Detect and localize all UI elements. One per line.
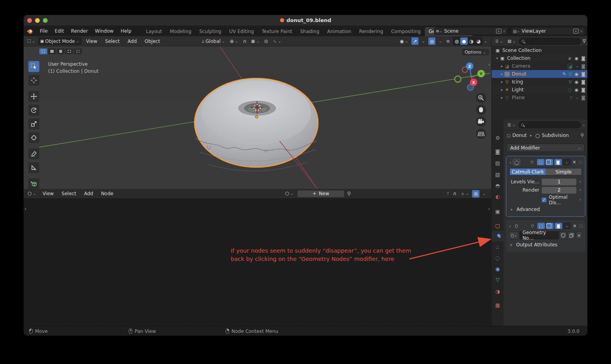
chevron-down-icon[interactable]: ⌄: [439, 29, 443, 33]
show-in-viewport-toggle[interactable]: ⃞: [546, 223, 554, 229]
animate-dot[interactable]: •: [579, 180, 582, 184]
tab-view-layer-properties[interactable]: ▧: [492, 169, 504, 179]
viewport-3d[interactable]: ⛶ ⌄ ▣ Object Mode ⌄ View Select Add Obje…: [24, 36, 491, 189]
scene-selector[interactable]: ◓ ⌄ Scene + ×: [434, 27, 508, 35]
show-in-edit-mode-toggle[interactable]: ⬚: [537, 159, 544, 165]
gizmo-neg-y[interactable]: [455, 76, 461, 82]
pin-icon[interactable]: [580, 133, 585, 138]
eye-icon[interactable]: ◉: [575, 79, 579, 85]
visibility-dropdown[interactable]: ◉ ⌄: [398, 37, 410, 45]
render-visibility-icon[interactable]: ◙: [581, 72, 585, 77]
mode-dropdown[interactable]: ▣ Object Mode ⌄: [38, 37, 81, 45]
optimal-display-checkbox[interactable]: ✓: [542, 198, 546, 202]
outliner-row-collection[interactable]: ▾ ▣ Collection ✓ ◉ ◙: [492, 54, 587, 62]
modifier-panel-geometry-nodes[interactable]: ⌄ ⬡ ▽ ⬚ ⃞ ◙ ⌄ × ⣿⣿: [506, 220, 585, 252]
collection-checkbox[interactable]: ✓: [568, 56, 572, 61]
new-viewlayer-icon[interactable]: +: [573, 29, 579, 33]
outliner-row-scene-collection[interactable]: ▣ Scene Collection: [492, 46, 587, 54]
outliner-display-mode-button[interactable]: ▧ ⌄: [506, 37, 517, 45]
tab-layout[interactable]: Layout: [142, 27, 166, 36]
tool-move[interactable]: [28, 91, 39, 102]
shading-rendered-button[interactable]: ◕: [475, 37, 482, 45]
new-node-group-button[interactable]: + New: [297, 190, 344, 198]
add-modifier-dropdown[interactable]: Add Modifier ⌄: [507, 144, 585, 152]
tab-render-properties[interactable]: ◙: [492, 146, 504, 157]
menu-help[interactable]: Help: [117, 28, 135, 34]
menu-edit[interactable]: Edit: [51, 28, 67, 34]
shading-dropdown[interactable]: ⌄: [484, 39, 487, 43]
viewlayer-name[interactable]: ViewLayer: [520, 28, 573, 34]
tab-sculpting[interactable]: Sculpting: [195, 27, 225, 36]
eye-closed-icon[interactable]: ⌣: [576, 64, 578, 69]
node-group-name-field[interactable]: Geometry No…: [520, 231, 558, 239]
tab-scene-properties[interactable]: ◓: [492, 180, 504, 190]
tab-rendering[interactable]: Rendering: [355, 27, 387, 36]
collapse-icon[interactable]: ⌄: [509, 160, 512, 164]
menu-file[interactable]: File: [36, 28, 51, 34]
chevron-down-icon[interactable]: ⌄: [517, 29, 520, 33]
editor-type-button[interactable]: ⛶ ⌄: [26, 37, 37, 45]
viewport-canvas[interactable]: Z Y X: [24, 46, 491, 189]
levels-viewport-field[interactable]: 1: [542, 179, 576, 185]
vp-menu-object[interactable]: Object: [141, 39, 163, 44]
fake-user-shield-button[interactable]: [559, 231, 567, 239]
unlink-node-group-button[interactable]: ×: [576, 231, 582, 239]
node-editor-canvas[interactable]: › ‹ If your nodes seem to suddenly “disa…: [24, 199, 491, 326]
tool-rotate[interactable]: [28, 105, 39, 116]
outliner-row-icing[interactable]: ▸ ▽ Icing ▽ ◉ ◙: [492, 78, 587, 86]
properties-editor[interactable]: ⚙ ◙ ▤ ▧ ◓ ◐ ▣ ▢: [492, 120, 587, 326]
tool-scale[interactable]: [28, 118, 39, 129]
animate-dot[interactable]: •: [579, 188, 582, 192]
drag-handle[interactable]: ⣿⣿: [579, 224, 583, 228]
tab-animation[interactable]: Animation: [323, 27, 355, 36]
modifier-panel-subdivision[interactable]: ⌄ ◯ ▽ ⬚ ⃞ ◙ ⌄ × ⣿⣿: [506, 156, 585, 217]
show-in-render-toggle[interactable]: ◙: [554, 159, 562, 165]
show-in-render-toggle[interactable]: ◙: [555, 223, 562, 229]
tool-annotate[interactable]: [28, 148, 39, 159]
outliner-search[interactable]: [519, 38, 581, 45]
tab-shading[interactable]: Shading: [296, 27, 323, 36]
simple-button[interactable]: Simple: [546, 168, 581, 175]
render-visibility-icon[interactable]: ◙: [581, 87, 585, 92]
geometry-node-editor[interactable]: ⬡ ⌄ View Select Add Node ⬡ ⌄ +: [24, 189, 491, 326]
disclosure-icon[interactable]: ▸: [500, 72, 504, 76]
tab-output-properties[interactable]: ▤: [492, 158, 504, 168]
new-scene-icon[interactable]: +: [496, 29, 502, 33]
delete-scene-icon[interactable]: ×: [503, 29, 506, 33]
ne-snap-toggle[interactable]: ∩: [452, 190, 458, 198]
output-attributes-subpanel[interactable]: ▸ Output Attributes: [509, 241, 582, 249]
viewlayer-selector[interactable]: ▧ ⌄ ViewLayer + ×: [511, 27, 585, 35]
disclosure-icon[interactable]: ▸: [500, 64, 504, 68]
render-visibility-icon[interactable]: ◙: [581, 64, 585, 69]
node-tree-type-button[interactable]: ⬡ ⌄: [283, 190, 295, 198]
menu-window[interactable]: Window: [91, 28, 117, 34]
vp-menu-view[interactable]: View: [83, 39, 100, 44]
filter-funnel-icon[interactable]: ∇: [583, 39, 586, 44]
tool-cursor[interactable]: [28, 75, 39, 86]
tab-uv-editing[interactable]: UV Editing: [225, 27, 258, 36]
node-group-browse-button[interactable]: ⬡ ⌄: [509, 231, 519, 239]
close-window-button[interactable]: [27, 18, 32, 23]
overlays-dropdown[interactable]: ⌄: [437, 37, 443, 45]
ne-snap-target-dropdown[interactable]: ⊹ ⌄: [459, 190, 470, 198]
editor-type-button[interactable]: ⬡ ⌄: [26, 190, 38, 198]
pin-icon[interactable]: [346, 191, 352, 196]
show-in-viewport-toggle[interactable]: ⃞: [546, 159, 553, 165]
transform-orientation-dropdown[interactable]: ⟂ Global ⌄: [200, 37, 226, 45]
proportional-falloff-dropdown[interactable]: ∿ ⌄: [271, 37, 283, 45]
new-copy-button[interactable]: [568, 231, 575, 239]
breadcrumb-modifier[interactable]: Subdivision: [542, 133, 569, 138]
tab-texture-paint[interactable]: Texture Paint: [258, 27, 296, 36]
tab-texture-properties[interactable]: ▦: [492, 300, 504, 310]
zoom-button[interactable]: [476, 93, 486, 103]
editor-type-button[interactable]: ☰ ⌄: [506, 121, 517, 129]
advanced-subpanel[interactable]: ▸ Advanced: [509, 205, 582, 213]
tool-transform[interactable]: [28, 132, 39, 143]
blender-logo-icon[interactable]: [27, 28, 33, 34]
viewport-sidebar-toggle[interactable]: ‹: [488, 61, 490, 67]
render-visibility-icon[interactable]: ◙: [581, 56, 585, 61]
outliner[interactable]: ☰ ⌄ ▧ ⌄ ∇ ▣ Scene C: [492, 36, 587, 120]
tab-physics-properties[interactable]: ◌: [492, 253, 504, 263]
menu-render[interactable]: Render: [67, 28, 91, 34]
disclosure-icon[interactable]: ▸: [500, 96, 504, 100]
